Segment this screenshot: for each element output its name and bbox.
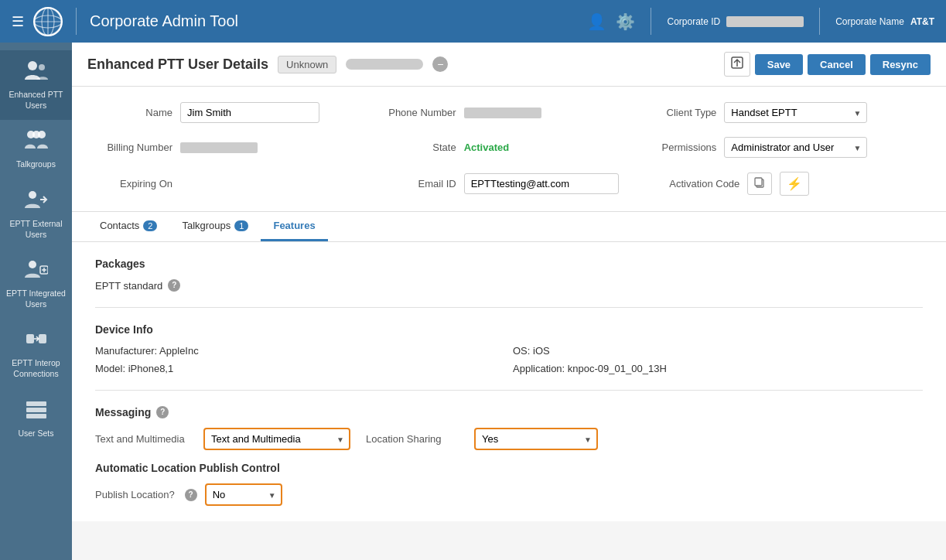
form-row-3: Expiring On Email ID Activation Code ⚡	[95, 172, 923, 196]
package-name: EPTT standard ?	[95, 279, 923, 292]
auto-loc-title: Automatic Location Publish Control	[95, 462, 923, 474]
tabs-bar: Contacts 2 Talkgroups 1 Features	[72, 212, 946, 242]
form-row-2: Billing Number State Activated Permissio…	[95, 137, 923, 158]
os-value: iOS	[533, 345, 550, 357]
share-button[interactable]	[724, 52, 750, 77]
tab-talkgroups-label: Talkgroups	[182, 220, 231, 231]
messaging-title: Messaging ?	[95, 406, 923, 418]
model-value: iPhone8,1	[128, 363, 174, 374]
phone-field: Phone Number	[371, 107, 647, 118]
sidebar-item-eptt-external[interactable]: EPTT ExternalUsers	[0, 179, 72, 249]
phone-value-blurred	[464, 108, 541, 118]
application-value: knpoc-09_01_00_13H	[568, 363, 667, 374]
header-user-icons: 👤 ⚙️	[587, 12, 635, 31]
billing-value-blurred	[180, 142, 258, 153]
sidebar-item-enhanced-ptt-users[interactable]: Enhanced PTTUsers	[0, 50, 72, 120]
header-divider	[76, 8, 77, 35]
talkgroups-icon	[25, 129, 48, 155]
location-sharing-field: Location Sharing Yes No	[366, 428, 598, 450]
features-content: Packages EPTT standard ? Device Info Man…	[72, 242, 946, 521]
billing-label: Billing Number	[95, 142, 172, 153]
corp-name-value: AT&T	[910, 16, 934, 27]
name-field: Name	[95, 102, 371, 123]
svg-rect-23	[755, 178, 762, 186]
text-multimedia-label: Text and Multimedia	[95, 433, 196, 445]
publish-location-select-wrapper: No Yes	[205, 483, 282, 506]
client-type-select[interactable]: Handset EPTT	[724, 102, 867, 123]
att-logo	[33, 7, 63, 36]
svg-rect-17	[39, 334, 46, 343]
minus-button[interactable]: −	[432, 56, 448, 72]
corp-id-section: Corporate ID	[667, 16, 804, 27]
messaging-row: Text and Multimedia Text and Multimedia …	[95, 428, 923, 450]
page-header: Enhanced PTT User Details Unknown − Save…	[72, 43, 946, 87]
client-type-label: Client Type	[647, 107, 716, 118]
email-input[interactable]	[464, 173, 619, 194]
cancel-button[interactable]: Cancel	[808, 54, 866, 75]
phone-label: Phone Number	[371, 107, 456, 118]
location-sharing-select-wrapper: Yes No	[474, 428, 598, 450]
sidebar-item-label-talkgroups: Talkgroups	[16, 159, 56, 170]
svg-point-6	[28, 61, 37, 70]
state-field: State Activated	[371, 142, 647, 153]
corp-id-label: Corporate ID	[667, 16, 720, 27]
page-title: Enhanced PTT User Details	[87, 56, 268, 73]
tab-features[interactable]: Features	[261, 212, 327, 241]
settings-icon[interactable]: ⚙️	[616, 12, 635, 31]
tab-contacts-label: Contacts	[100, 220, 139, 231]
device-info-section: Device Info Manufacturer: AppleInc OS: i…	[95, 323, 923, 374]
client-type-select-wrapper: Handset EPTT	[724, 102, 867, 123]
action-buttons: Save Cancel Resync	[724, 52, 931, 77]
auto-location-section: Automatic Location Publish Control Publi…	[95, 462, 923, 506]
hamburger-menu-icon[interactable]: ☰	[12, 13, 24, 30]
header-right: 👤 ⚙️ Corporate ID Corporate Name AT&T	[587, 8, 934, 35]
email-field: Email ID	[371, 173, 647, 194]
messaging-info-icon[interactable]: ?	[156, 406, 169, 418]
packages-section: Packages EPTT standard ?	[95, 258, 923, 292]
state-label: State	[371, 142, 456, 153]
sidebar-item-user-sets[interactable]: User Sets	[0, 389, 72, 449]
svg-point-10	[32, 131, 40, 138]
lightning-button[interactable]: ⚡	[780, 172, 809, 196]
device-info-grid-2: Model: iPhone8,1 Application: knpoc-09_0…	[95, 363, 923, 374]
permissions-label: Permissions	[647, 142, 716, 153]
publish-location-info-icon[interactable]: ?	[185, 489, 197, 501]
main-content: Enhanced PTT User Details Unknown − Save…	[72, 43, 946, 560]
svg-point-12	[29, 261, 36, 268]
location-sharing-select[interactable]: Yes No	[474, 428, 598, 450]
text-multimedia-select[interactable]: Text and Multimedia Text Only None	[203, 428, 350, 450]
package-info-icon[interactable]: ?	[168, 279, 180, 292]
manufacturer-label: Manufacturer:	[95, 345, 157, 357]
messaging-section: Messaging ? Text and Multimedia Text and…	[95, 406, 923, 450]
tab-contacts[interactable]: Contacts 2	[87, 212, 169, 241]
sidebar-item-eptt-interop[interactable]: EPTT InteropConnections	[0, 319, 72, 388]
svg-rect-19	[26, 408, 46, 412]
tab-talkgroups[interactable]: Talkgroups 1	[169, 212, 261, 241]
status-badge: Unknown	[278, 56, 336, 73]
publish-location-select[interactable]: No Yes	[205, 483, 282, 506]
permissions-select-wrapper: Administrator and User	[724, 137, 867, 158]
sidebar-item-label-eptt-integrated: EPTT IntegratedUsers	[6, 289, 66, 309]
svg-rect-18	[26, 401, 46, 406]
share-icon	[731, 56, 743, 69]
permissions-select[interactable]: Administrator and User	[724, 137, 867, 158]
sidebar-item-eptt-integrated[interactable]: EPTT IntegratedUsers	[0, 249, 72, 319]
manufacturer-value: AppleInc	[159, 345, 199, 357]
tab-talkgroups-badge: 1	[234, 220, 248, 231]
header-divider-3	[819, 8, 820, 35]
billing-field: Billing Number	[95, 142, 371, 153]
save-button[interactable]: Save	[755, 54, 803, 75]
copy-activation-button[interactable]	[747, 172, 772, 195]
tab-contacts-badge: 2	[143, 220, 157, 231]
form-area: Name Phone Number Client Type Handset EP…	[72, 87, 946, 212]
user-icon[interactable]: 👤	[587, 12, 606, 31]
name-input[interactable]	[180, 102, 319, 123]
auto-loc-row: Publish Location? ? No Yes	[95, 483, 923, 506]
divider-1	[95, 307, 923, 308]
resync-button[interactable]: Resync	[870, 54, 931, 75]
top-header: ☰ Corporate Admin Tool 👤 ⚙️ Corporate ID…	[0, 0, 946, 43]
sidebar-item-talkgroups[interactable]: Talkgroups	[0, 120, 72, 179]
corp-name-section: Corporate Name AT&T	[835, 16, 934, 27]
client-type-field: Client Type Handset EPTT	[647, 102, 923, 123]
form-row-1: Name Phone Number Client Type Handset EP…	[95, 102, 923, 123]
